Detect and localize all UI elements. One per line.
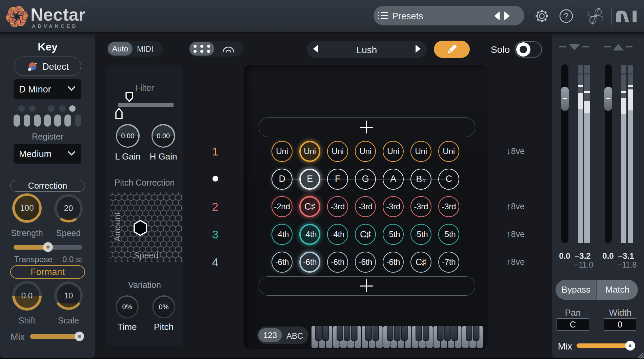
svg-text:?: ? — [564, 12, 568, 21]
